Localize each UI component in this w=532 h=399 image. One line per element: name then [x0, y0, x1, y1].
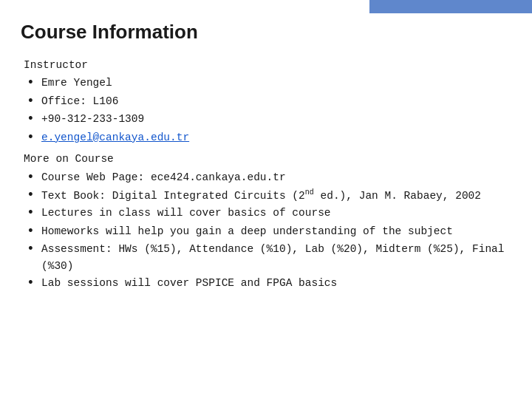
- lectures-info: Lectures in class will cover basics of c…: [41, 205, 508, 221]
- list-item: • Course Web Page: ece424.cankaya.edu.tr: [27, 169, 508, 186]
- list-item: • +90-312-233-1309: [27, 111, 508, 128]
- instructor-name: Emre Yengel: [41, 75, 508, 91]
- assessment-info: Assessment: HWs (%15), Attendance (%10),…: [41, 241, 508, 274]
- bullet-icon: •: [27, 111, 38, 128]
- bullet-icon: •: [27, 205, 38, 222]
- bullet-icon: •: [27, 93, 38, 110]
- textbook: Text Book: Digital Integrated Circuits (…: [41, 187, 508, 204]
- list-item: • e.yengel@cankaya.edu.tr: [27, 129, 508, 146]
- instructor-phone: +90-312-233-1309: [41, 111, 508, 127]
- lab-info: Lab sessions will cover PSPICE and FPGA …: [41, 275, 508, 291]
- bullet-icon: •: [27, 275, 38, 292]
- textbook-text1: Text Book: Digital Integrated Circuits (…: [41, 190, 305, 202]
- more-on-course-label: More on Course: [24, 151, 508, 167]
- bullet-icon: •: [27, 187, 38, 204]
- top-bar-decoration: [369, 0, 532, 13]
- content-area: Instructor • Emre Yengel • Office: L106 …: [21, 57, 508, 292]
- instructor-email: e.yengel@cankaya.edu.tr: [41, 129, 508, 146]
- textbook-text2: ed.), Jan M. Rabaey, 2002: [314, 190, 481, 202]
- instructor-office: Office: L106: [41, 93, 508, 109]
- bullet-icon: •: [27, 75, 38, 92]
- list-item: • Homeworks will help you gain a deep un…: [27, 223, 508, 240]
- more-list: • Course Web Page: ece424.cankaya.edu.tr…: [24, 169, 508, 293]
- course-webpage: Course Web Page: ece424.cankaya.edu.tr: [41, 169, 508, 185]
- list-item: • Lectures in class will cover basics of…: [27, 205, 508, 222]
- page-title: Course Information: [21, 21, 508, 44]
- superscript: nd: [305, 188, 314, 197]
- instructor-label: Instructor: [24, 57, 508, 73]
- list-item: • Assessment: HWs (%15), Attendance (%10…: [27, 241, 508, 274]
- homeworks-info: Homeworks will help you gain a deep unde…: [41, 223, 508, 239]
- list-item: • Office: L106: [27, 93, 508, 110]
- email-link[interactable]: e.yengel@cankaya.edu.tr: [41, 132, 189, 143]
- slide-container: Course Information Instructor • Emre Yen…: [0, 0, 532, 399]
- list-item: • Emre Yengel: [27, 75, 508, 92]
- list-item: • Lab sessions will cover PSPICE and FPG…: [27, 275, 508, 292]
- bullet-icon: •: [27, 241, 38, 258]
- bullet-icon: •: [27, 223, 38, 240]
- bullet-icon: •: [27, 129, 38, 146]
- bullet-icon: •: [27, 169, 38, 186]
- instructor-list: • Emre Yengel • Office: L106 • +90-312-2…: [24, 75, 508, 146]
- list-item: • Text Book: Digital Integrated Circuits…: [27, 187, 508, 204]
